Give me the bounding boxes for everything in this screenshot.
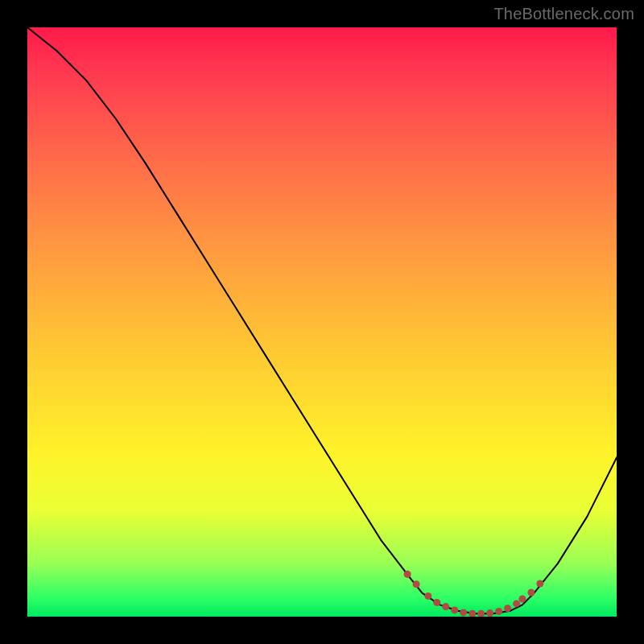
watermark-text: TheBottleneck.com [493,5,634,23]
trough-marker-dot [451,606,458,613]
trough-marker-dot [404,571,411,578]
trough-marker-dot [527,589,535,597]
trough-marker-dot [469,610,476,617]
trough-markers [404,571,544,617]
curve-layer [27,27,617,617]
trough-marker-dot [536,580,543,588]
trough-marker-dot [518,596,526,603]
trough-marker-dot [504,605,511,612]
trough-marker-dot [413,580,420,588]
plot-area [27,27,617,617]
chart-frame: TheBottleneck.com [0,0,644,644]
trough-marker-dot [513,600,520,607]
trough-marker-dot [486,609,493,617]
trough-marker-dot [442,603,449,610]
trough-marker-dot [433,599,440,606]
trough-marker-dot [495,608,502,615]
trough-marker-dot [460,609,467,616]
trough-marker-dot [477,610,485,617]
trough-marker-dot [424,592,431,600]
bottleneck-curve [27,27,617,613]
